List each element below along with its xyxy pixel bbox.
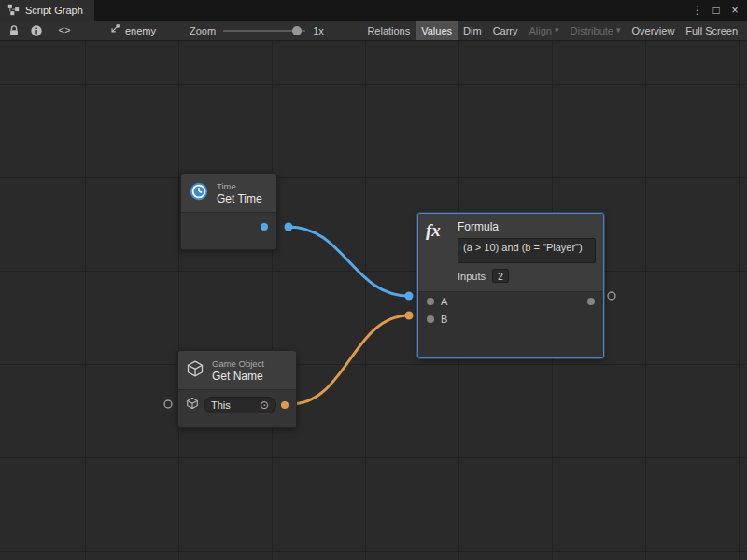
node-get-time[interactable]: Time Get Time (180, 173, 277, 250)
cube-icon (186, 359, 204, 382)
relations-button[interactable]: Relations (361, 21, 416, 40)
inputs-count-input[interactable]: 2 (492, 269, 509, 283)
zoom-label: Zoom (190, 25, 216, 36)
node-formula-ports: A B (418, 291, 603, 357)
cube-icon-small (186, 397, 199, 413)
script-graph-window: Script Graph ⋮ □ × <> (0, 0, 747, 560)
port-label-a: A (441, 296, 447, 307)
wire-getname-to-formula-b[interactable] (290, 315, 409, 404)
clock-icon (189, 181, 209, 205)
distribute-button-label: Distribute (571, 25, 613, 36)
node-get-time-body (181, 213, 276, 249)
align-button-label: Align (529, 25, 552, 36)
formula-input-port-b[interactable] (427, 315, 434, 323)
port-row-b: B (418, 310, 603, 328)
formula-output-port[interactable] (587, 298, 595, 305)
window-controls: ⋮ □ × (689, 0, 747, 21)
close-icon[interactable]: × (726, 2, 743, 19)
node-get-name-header[interactable]: Game Object Get Name (178, 351, 296, 390)
wires-layer (0, 41, 747, 560)
unconnected-output-circle[interactable] (608, 292, 615, 300)
target-object-value: This (211, 399, 231, 411)
get-time-output-port[interactable] (261, 223, 268, 231)
unconnected-input-circle[interactable] (164, 400, 172, 408)
distribute-button[interactable]: Distribute ▾ (565, 21, 627, 40)
titlebar: Script Graph ⋮ □ × (0, 0, 747, 21)
formula-fx-icon: fx (426, 220, 454, 283)
formula-inputs-row: Inputs 2 (458, 269, 596, 283)
carry-button[interactable]: Carry (487, 21, 524, 40)
toolbar-buttons: Relations Values Dim Carry Align ▾ Distr… (361, 21, 743, 40)
graph-icon (7, 4, 20, 18)
zoom-value: 1x (313, 25, 324, 36)
zoom-control: Zoom 1x (190, 25, 324, 36)
node-title: Formula (458, 220, 596, 233)
align-button[interactable]: Align ▾ (524, 21, 565, 40)
wire-time-to-formula-a[interactable] (289, 227, 409, 296)
chevron-down-icon: ▾ (555, 26, 559, 35)
get-name-output-port[interactable] (281, 401, 289, 409)
graph-asset-icon (108, 23, 120, 37)
formula-input-port-a[interactable] (427, 298, 434, 305)
values-button[interactable]: Values (416, 21, 458, 40)
port-row-a: A (418, 292, 603, 310)
lock-icon[interactable] (4, 21, 24, 40)
tab-script-graph[interactable]: Script Graph (0, 0, 94, 21)
node-get-name[interactable]: Game Object Get Name (177, 350, 297, 428)
full-screen-button[interactable]: Full Screen (680, 21, 743, 40)
zoom-slider[interactable] (223, 25, 305, 36)
node-category: Time (217, 181, 262, 192)
graph-owner[interactable]: enemy (108, 23, 156, 37)
window-menu-icon[interactable]: ⋮ (689, 2, 706, 19)
wire-orange-end-dot[interactable] (405, 312, 414, 320)
node-get-name-body: This ⊙ (178, 390, 296, 427)
node-category: Game Object (212, 358, 264, 370)
target-object-field[interactable]: This ⊙ (204, 397, 276, 413)
object-picker-icon[interactable]: ⊙ (260, 399, 269, 411)
maximize-icon[interactable]: □ (708, 2, 725, 19)
graph-canvas[interactable]: Time Get Time fx Formula (a > 10) and (b… (0, 41, 747, 560)
wire-blue-end-dot[interactable] (405, 292, 414, 301)
wire-blue-start-dot[interactable] (285, 223, 293, 231)
port-label-b: B (441, 314, 447, 325)
zoom-slider-handle[interactable] (292, 26, 302, 35)
chevron-down-icon: ▾ (616, 26, 621, 35)
dim-button[interactable]: Dim (458, 21, 487, 40)
graph-owner-label: enemy (125, 25, 156, 36)
get-name-target-row: This ⊙ (186, 396, 289, 414)
node-get-time-header[interactable]: Time Get Time (181, 174, 276, 213)
node-title: Get Name (212, 370, 264, 383)
window-title: Script Graph (25, 5, 83, 16)
node-title: Get Time (217, 192, 262, 205)
node-formula-header[interactable]: fx Formula (a > 10) and (b = "Player") I… (418, 214, 603, 291)
graph-toolbar: <> enemy Zoom 1x Re (0, 21, 747, 41)
overview-button[interactable]: Overview (627, 21, 681, 40)
formula-expression-input[interactable]: (a > 10) and (b = "Player") (458, 238, 596, 263)
code-view-icon[interactable]: <> (49, 21, 80, 40)
inputs-label: Inputs (458, 271, 486, 282)
info-icon[interactable] (26, 21, 47, 40)
node-formula[interactable]: fx Formula (a > 10) and (b = "Player") I… (417, 213, 604, 358)
